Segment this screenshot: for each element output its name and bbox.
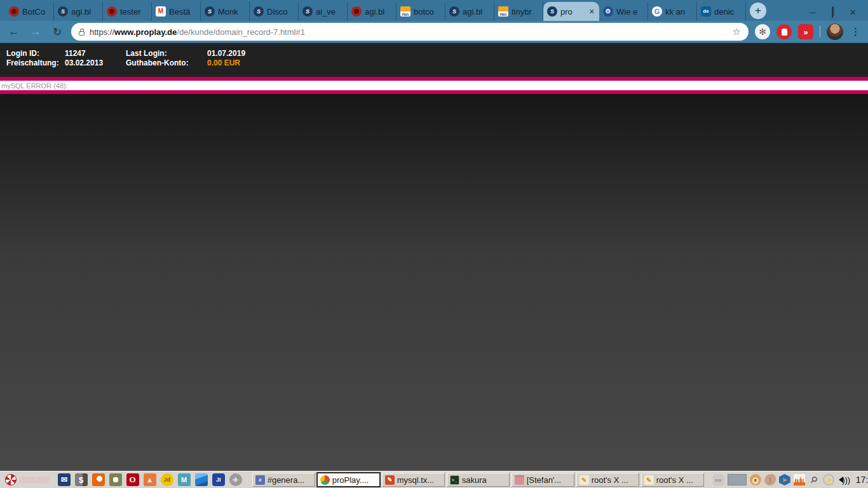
login-id-label: Login ID:: [6, 49, 65, 58]
taskbar-window-button[interactable]: >_sakura: [447, 473, 510, 487]
window-controls: ─ ✕: [810, 8, 868, 21]
cube-icon[interactable]: [195, 473, 208, 486]
plug-icon[interactable]: ⚲: [806, 471, 822, 487]
tab-title: pro: [560, 7, 585, 17]
folder-icon: [515, 475, 524, 485]
lock-icon: [79, 31, 85, 36]
browser-tab-strip: BotCoSagi.bltesterMBestäSMonkSDiscoSai_v…: [0, 0, 868, 21]
volume-icon[interactable]: ))): [837, 474, 849, 485]
browser-toolbar: ← → ↻ https://www.proplay.de/de/kunde/do…: [0, 21, 868, 43]
taskbar-window-button[interactable]: ✎root's X ...: [576, 473, 639, 487]
fastforward-extension-icon[interactable]: »: [798, 24, 813, 39]
freischaltung-value: 03.02.2013: [65, 58, 126, 67]
browser-tab[interactable]: PMAbotco: [397, 2, 445, 21]
terminal-icon: >_: [450, 475, 459, 485]
taskbar-window-button[interactable]: proPlay....: [317, 473, 380, 487]
intellij-icon[interactable]: JI: [212, 473, 225, 486]
rocket-icon[interactable]: ✈: [229, 473, 242, 486]
bot-favicon: [351, 6, 362, 17]
tab-title: agi.bl: [463, 7, 490, 17]
menu-label: menu: [20, 474, 50, 485]
browser-tab[interactable]: tester: [103, 2, 152, 21]
browser-tab[interactable]: Sai_ve: [299, 2, 348, 21]
pointer-hex-icon[interactable]: ➤: [779, 474, 790, 485]
address-bar[interactable]: https://www.proplay.de/de/kunde/domain_r…: [71, 23, 749, 41]
taskbar-window-title: root's X ...: [656, 475, 701, 485]
restore-icon[interactable]: [832, 8, 833, 17]
dollar-icon[interactable]: $: [75, 473, 88, 486]
tab-title: agi.bl: [365, 7, 392, 17]
discord-icon: #: [255, 475, 265, 485]
tab-title: botco: [414, 7, 441, 17]
taskbar-window-title: #genera...: [268, 475, 312, 485]
pinwheel-menu-icon: [5, 474, 17, 485]
desktop-taskbar: menu ✉$O▲JdMJI✈ ##genera...proPlay....✎m…: [0, 471, 868, 488]
taskbar-window-button[interactable]: [Stefan'...: [512, 473, 574, 487]
jdownloader-icon[interactable]: Jd: [161, 473, 173, 486]
profile-avatar[interactable]: [827, 24, 843, 40]
browser-tab[interactable]: ⚙Wie e: [599, 2, 648, 21]
url-text[interactable]: https://www.proplay.de/de/kunde/domain_r…: [90, 27, 728, 37]
wave-icon[interactable]: M: [178, 473, 191, 486]
vlc-icon[interactable]: ▲: [144, 473, 156, 486]
url-host: www.proplay.de: [114, 27, 177, 37]
browser-tab[interactable]: PMAtinybr: [494, 2, 543, 21]
mail-icon[interactable]: ✉: [58, 473, 71, 486]
taskbar-window-title: mysql.tx...: [397, 475, 442, 485]
browser-tab[interactable]: Spro✕: [543, 2, 599, 21]
page-viewport: Login ID: 11247 Last Login: 01.07.2019 F…: [0, 43, 868, 471]
window-preview-icon[interactable]: [728, 474, 747, 485]
tab-close-icon[interactable]: ✕: [588, 8, 595, 16]
firefox-icon[interactable]: [92, 473, 105, 486]
power-icon[interactable]: ⚡: [823, 474, 834, 485]
forward-icon[interactable]: →: [28, 25, 43, 38]
page-content-area: [0, 94, 868, 471]
s-globe-favicon: S: [547, 6, 557, 17]
opera-icon[interactable]: O: [126, 473, 139, 486]
tab-title: Disco: [267, 7, 294, 17]
doge-icon[interactable]: ᴥ: [750, 474, 761, 485]
xchat-icon: ✎: [580, 475, 589, 485]
bot-favicon: [107, 6, 117, 17]
browser-tab[interactable]: Gkk an: [648, 2, 697, 21]
tab-title: tinybr: [512, 7, 539, 17]
back-icon[interactable]: ←: [6, 25, 22, 38]
phpmyadmin-favicon: PMA: [400, 6, 410, 17]
start-menu-button[interactable]: menu: [3, 474, 52, 485]
mysql-error-text: mySQL ERROR (48):: [1, 82, 68, 90]
browser-menu-icon[interactable]: ⋮: [850, 26, 862, 37]
texteditor-icon: ✎: [385, 475, 395, 485]
url-path: /de/kunde/domain_record-7.html#1: [177, 27, 305, 37]
browser-tab[interactable]: agi.bl: [348, 2, 397, 21]
bookmark-star-icon[interactable]: ☆: [733, 26, 741, 37]
taskbar-window-button[interactable]: ##genera...: [252, 473, 315, 487]
toolbar-divider: [820, 26, 820, 37]
browser-tab[interactable]: MBestä: [152, 2, 201, 21]
account-info-header: Login ID: 11247 Last Login: 01.07.2019 F…: [0, 43, 868, 77]
gmail-favicon: M: [156, 6, 166, 17]
browser-tab[interactable]: SDisco: [250, 2, 299, 21]
login-id-value: 11247: [65, 49, 126, 58]
minimize-icon[interactable]: ─: [810, 8, 815, 17]
discord-tray-icon[interactable]: oo: [713, 474, 724, 485]
browser-tab[interactable]: Sagi.bl: [445, 2, 494, 21]
close-icon[interactable]: ✕: [850, 8, 857, 17]
reload-icon[interactable]: ↻: [50, 25, 65, 39]
new-tab-button[interactable]: +: [750, 3, 766, 19]
chromium-icon[interactable]: [109, 473, 122, 486]
taskbar-window-button[interactable]: ✎root's X ...: [641, 473, 704, 487]
browser-tab[interactable]: dedenic: [697, 2, 746, 21]
browser-tab[interactable]: SMonk: [201, 2, 250, 21]
guthaben-konto-label: Guthaben-Konto:: [126, 58, 207, 67]
url-scheme: https://: [90, 27, 114, 37]
phpmyadmin-favicon: PMA: [498, 6, 508, 17]
browser-tab[interactable]: Sagi.bl: [54, 2, 103, 21]
media-extension-icon[interactable]: ✻: [755, 24, 770, 39]
browser-tab[interactable]: BotCo: [5, 2, 54, 21]
taskbar-clock: 17:43: [853, 475, 868, 485]
histogram-icon[interactable]: [794, 474, 805, 485]
speaker-waves: ))): [842, 475, 850, 485]
adblock-hand-extension-icon[interactable]: [776, 24, 792, 39]
ear-icon[interactable]: ): [764, 474, 776, 485]
taskbar-window-button[interactable]: ✎mysql.tx...: [382, 473, 445, 487]
